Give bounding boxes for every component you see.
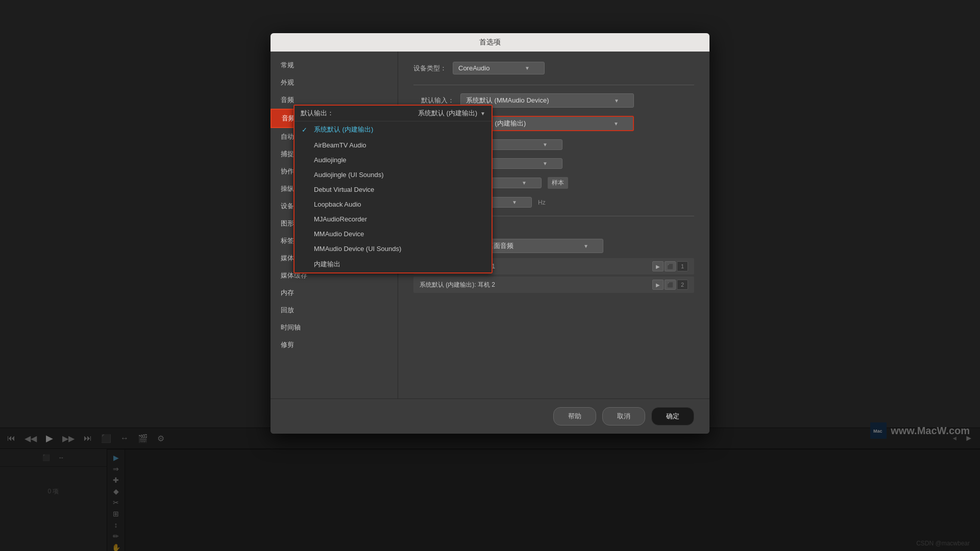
channel-2-play-btn[interactable]: ▶: [652, 280, 664, 290]
dropdown-item-4[interactable]: Debut Virtual Device: [295, 182, 492, 197]
check-icon-0: ✓: [302, 126, 310, 134]
dropdown-header: 默认输出： 系统默认 (内建输出) ▼: [295, 106, 492, 121]
channel-1-btns: ▶ ⬛ 1: [652, 261, 688, 271]
sidebar-item-appearance[interactable]: 外观: [271, 74, 398, 91]
output-dropdown-menu: 默认输出： 系统默认 (内建输出) ▼ ✓ 系统默认 (内建输出) AirBea…: [293, 105, 493, 273]
io-buffer-arrow: ▼: [522, 180, 527, 186]
dialog-titlebar: 首选项: [271, 33, 709, 52]
channel-2-square-btn[interactable]: ⬛: [665, 280, 676, 290]
channel-1-play-btn[interactable]: ▶: [652, 261, 664, 271]
prefs-footer: 帮助 取消 确定: [271, 398, 709, 434]
device-type-row: 设备类型： CoreAudio ▼: [413, 62, 694, 74]
hz-label: Hz: [538, 199, 546, 206]
modal-overlay: 首选项 常规 外观 音频 音频硬件 自动保存 捕捉 协作 操纵面板 设备控制 图…: [0, 0, 980, 551]
map-output-arrow: ▼: [583, 243, 589, 249]
cancel-button[interactable]: 取消: [602, 407, 645, 425]
help-button[interactable]: 帮助: [553, 407, 596, 425]
dropdown-item-7[interactable]: MMAudio Device: [295, 227, 492, 241]
dropdown-item-8[interactable]: MMAudio Device (UI Sounds): [295, 241, 492, 256]
ok-button[interactable]: 确定: [651, 407, 694, 425]
dropdown-item-9[interactable]: 内建输出: [295, 256, 492, 272]
dropdown-arrow-icon: ▼: [480, 111, 485, 116]
device-type-select[interactable]: CoreAudio ▼: [453, 62, 545, 74]
dropdown-item-5[interactable]: Loopback Audio: [295, 197, 492, 212]
sidebar-item-playback[interactable]: 回放: [271, 302, 398, 319]
divider-1: [413, 85, 694, 85]
dropdown-item-3[interactable]: Audiojingle (UI Sounds): [295, 167, 492, 182]
default-output-arrow: ▼: [614, 121, 619, 127]
sample-badge: 样本: [548, 177, 568, 189]
default-input-arrow: ▼: [614, 98, 619, 104]
channel-2-btns: ▶ ⬛ 2: [652, 280, 688, 290]
dropdown-item-0[interactable]: ✓ 系统默认 (内建输出): [295, 121, 492, 138]
dropdown-item-1[interactable]: AirBeamTV Audio: [295, 138, 492, 153]
sample-rate-arrow: ▼: [512, 199, 517, 205]
channel-1-num: 1: [677, 261, 688, 271]
dialog-title: 首选项: [479, 38, 501, 47]
dropdown-current-value: 系统默认 (内建输出): [418, 109, 477, 118]
channel-2-name: 系统默认 (内建输出): 耳机 2: [420, 281, 495, 289]
channel-row-2: 系统默认 (内建输出): 耳机 2 ▶ ⬛ 2: [413, 277, 694, 293]
sidebar-item-timeline[interactable]: 时间轴: [271, 319, 398, 336]
dropdown-header-value-area: 系统默认 (内建输出) ▼: [418, 109, 485, 118]
dropdown-item-6[interactable]: MJAudioRecorder: [295, 212, 492, 227]
device-type-arrow: ▼: [525, 65, 530, 71]
dropdown-header-text: 默认输出：: [301, 109, 334, 118]
clock-source-arrow: ▼: [543, 161, 548, 166]
device-type-label: 设备类型：: [413, 64, 447, 73]
channel-1-square-btn[interactable]: ⬛: [665, 261, 676, 271]
channel-2-num: 2: [677, 280, 688, 290]
sidebar-item-general[interactable]: 常规: [271, 57, 398, 74]
master-clock-arrow: ▼: [543, 142, 548, 147]
default-input-label: 默认输入：: [413, 96, 454, 105]
sidebar-item-memory[interactable]: 内存: [271, 284, 398, 302]
sidebar-item-trim[interactable]: 修剪: [271, 336, 398, 354]
dropdown-item-2[interactable]: Audiojingle: [295, 153, 492, 167]
